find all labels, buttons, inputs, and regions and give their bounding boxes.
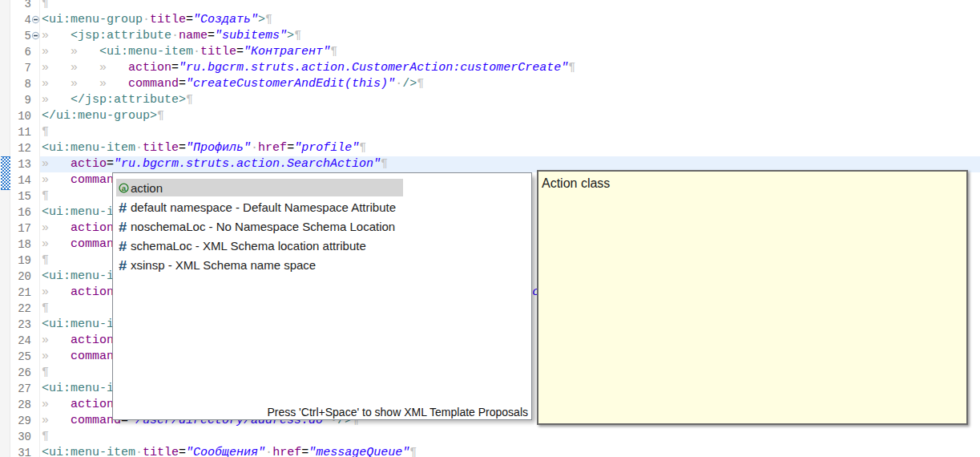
svg-text:a: a: [122, 184, 127, 192]
